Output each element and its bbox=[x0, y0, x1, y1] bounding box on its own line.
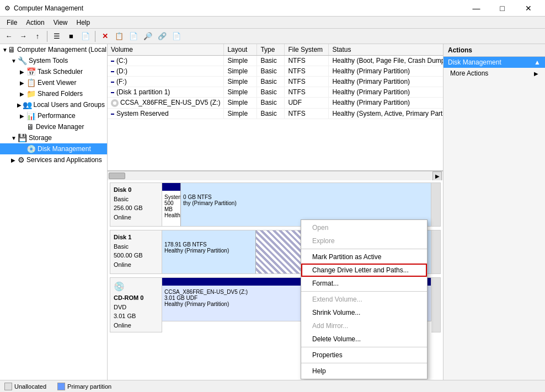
disk-mgmt-icon: 💿 bbox=[26, 144, 36, 153]
toolbar-btn-7[interactable]: 🔗 bbox=[156, 30, 169, 42]
menu-action[interactable]: Action bbox=[22, 18, 49, 28]
system-tools-arrow: ▼ bbox=[11, 58, 18, 64]
sidebar-shared-folders-label: Shared Folders bbox=[38, 90, 83, 98]
toolbar-btn-6[interactable]: 🔎 bbox=[141, 30, 154, 42]
menu-file[interactable]: File bbox=[2, 18, 22, 28]
scrollbar-thumb[interactable] bbox=[109, 173, 125, 179]
shared-folders-icon: 📁 bbox=[26, 89, 36, 98]
disk-0-partition-0[interactable]: System500 MBHealthy bbox=[162, 183, 181, 226]
menu-help[interactable]: Help bbox=[72, 18, 95, 28]
sidebar: ▼ 🖥 Computer Management (Local ▼ 🔧 Syste… bbox=[0, 44, 108, 380]
table-row[interactable]: (D:) SimpleBasicNTFS Healthy (Primary Pa… bbox=[108, 66, 443, 77]
table-row[interactable]: (Disk 1 partition 1) SimpleBasicNTFS Hea… bbox=[108, 87, 443, 98]
forward-button[interactable]: → bbox=[17, 30, 30, 42]
cdrom-0-size: 3.01 GB bbox=[114, 313, 136, 319]
toolbar-separator-1 bbox=[47, 31, 47, 42]
cd-icon bbox=[111, 99, 119, 107]
menu-view[interactable]: View bbox=[49, 18, 72, 28]
toolbar-btn-2[interactable]: ■ bbox=[65, 30, 78, 42]
col-volume[interactable]: Volume bbox=[108, 44, 224, 56]
ctx-change-drive-letter[interactable]: Change Drive Letter and Paths... bbox=[301, 264, 427, 277]
sidebar-local-users-label: Local Users and Groups bbox=[34, 101, 105, 109]
action-section-arrow: ▲ bbox=[534, 58, 541, 66]
sidebar-item-device-manager[interactable]: 🖥 Device Manager bbox=[0, 121, 107, 132]
ctx-sep-4 bbox=[301, 363, 427, 363]
disk-mgmt-arrow bbox=[20, 146, 26, 152]
col-layout[interactable]: Layout bbox=[224, 44, 257, 56]
sidebar-item-task-scheduler[interactable]: ▶ 📅 Task Scheduler bbox=[0, 66, 107, 77]
disk-1-label: Disk 1 Basic 500.00 GB Online bbox=[110, 230, 162, 274]
primary-label: Primary partition bbox=[67, 383, 111, 390]
sidebar-item-root[interactable]: ▼ 🖥 Computer Management (Local bbox=[0, 44, 107, 55]
more-actions-arrow: ▶ bbox=[534, 71, 538, 77]
table-h-scrollbar[interactable]: ▶ bbox=[108, 171, 443, 180]
disk-table: Volume Layout Type File System Status (C… bbox=[108, 44, 443, 119]
sidebar-item-system-tools[interactable]: ▼ 🔧 System Tools bbox=[0, 55, 107, 66]
show-hide-button[interactable]: ☰ bbox=[50, 30, 63, 42]
sidebar-item-storage[interactable]: ▼ 💾 Storage bbox=[0, 132, 107, 143]
action-more-actions[interactable]: More Actions ▶ bbox=[444, 68, 545, 79]
sidebar-item-local-users[interactable]: ▶ 👥 Local Users and Groups bbox=[0, 99, 107, 110]
computer-icon: 🖥 bbox=[8, 45, 15, 54]
table-row[interactable]: CCSA_X86FRE_EN-US_DV5 (Z:) SimpleBasicUD… bbox=[108, 98, 443, 109]
col-status[interactable]: Status bbox=[329, 44, 443, 56]
minimize-button[interactable]: — bbox=[464, 0, 489, 17]
ctx-properties[interactable]: Properties bbox=[301, 348, 427, 362]
stop-button[interactable]: ✕ bbox=[98, 30, 111, 42]
ctx-format[interactable]: Format... bbox=[301, 277, 427, 290]
ctx-mark-active[interactable]: Mark Partition as Active bbox=[301, 250, 427, 264]
cdrom-scroll bbox=[431, 277, 441, 332]
actions-header: Actions bbox=[444, 44, 545, 57]
disk-indicator bbox=[111, 92, 114, 93]
maximize-button[interactable]: □ bbox=[490, 0, 515, 17]
col-type[interactable]: Type bbox=[257, 44, 285, 56]
sidebar-item-performance[interactable]: ▶ 📊 Performance bbox=[0, 110, 107, 121]
action-section-disk-mgmt[interactable]: Disk Management ▲ bbox=[444, 57, 545, 68]
sidebar-storage-label: Storage bbox=[29, 134, 52, 142]
back-button[interactable]: ← bbox=[2, 30, 15, 42]
table-row[interactable]: (F:) SimpleBasicNTFS Healthy (Primary Pa… bbox=[108, 77, 443, 87]
sidebar-disk-mgmt-label: Disk Management bbox=[38, 145, 91, 153]
title-bar: ⚙ Computer Management — □ ✕ bbox=[0, 0, 545, 17]
menu-bar: File Action View Help bbox=[0, 17, 545, 29]
sidebar-item-event-viewer[interactable]: ▶ 📋 Event Viewer bbox=[0, 77, 107, 88]
sidebar-item-shared-folders[interactable]: ▶ 📁 Shared Folders bbox=[0, 88, 107, 99]
toolbar-btn-5[interactable]: 📄 bbox=[127, 30, 140, 42]
device-manager-icon: 🖥 bbox=[26, 122, 34, 131]
event-viewer-arrow: ▶ bbox=[20, 80, 26, 86]
close-button[interactable]: ✕ bbox=[516, 0, 541, 17]
disk-0-type: Basic bbox=[114, 196, 129, 202]
ctx-delete-volume[interactable]: Delete Volume... bbox=[301, 332, 427, 346]
disk-0-status: Online bbox=[114, 214, 131, 221]
app-icon: ⚙ bbox=[4, 4, 10, 12]
context-menu: Open Explore Mark Partition as Active Ch… bbox=[301, 219, 428, 379]
table-row[interactable]: System Reserved SimpleBasicNTFS Healthy … bbox=[108, 108, 443, 119]
task-scheduler-icon: 📅 bbox=[26, 67, 36, 76]
toolbar-separator-2 bbox=[95, 31, 95, 42]
toolbar-btn-3[interactable]: 📄 bbox=[79, 30, 92, 42]
ctx-open[interactable]: Open bbox=[301, 221, 427, 234]
disk-1-partition-0-content: 178.91 GB NTFSHealthy (Primary Partition… bbox=[164, 241, 253, 254]
toolbar-btn-8[interactable]: 📄 bbox=[170, 30, 183, 42]
ctx-sep-2 bbox=[301, 291, 427, 292]
ctx-help[interactable]: Help bbox=[301, 364, 427, 378]
sidebar-item-disk-management[interactable]: 💿 Disk Management bbox=[0, 143, 107, 154]
disk-1-partition-0[interactable]: 178.91 GB NTFSHealthy (Primary Partition… bbox=[162, 230, 256, 273]
up-button[interactable]: ↑ bbox=[31, 30, 44, 42]
ctx-extend[interactable]: Extend Volume... bbox=[301, 293, 427, 306]
sidebar-item-services[interactable]: ▶ ⚙ Services and Applications bbox=[0, 154, 107, 165]
ctx-explore[interactable]: Explore bbox=[301, 234, 427, 248]
cdrom-0-status: Online bbox=[114, 322, 131, 329]
scroll-right-btn[interactable]: ▶ bbox=[432, 171, 442, 181]
ctx-add-mirror[interactable]: Add Mirror... bbox=[301, 319, 427, 332]
disk-1-name: Disk 1 bbox=[114, 234, 131, 240]
legend-primary: Primary partition bbox=[57, 383, 111, 390]
disk-1-scroll bbox=[431, 230, 441, 274]
toolbar-btn-4[interactable]: 📋 bbox=[113, 30, 126, 42]
col-filesystem[interactable]: File System bbox=[285, 44, 329, 56]
action-section-label: Disk Management bbox=[448, 58, 501, 66]
main-area: ▼ 🖥 Computer Management (Local ▼ 🔧 Syste… bbox=[0, 44, 545, 380]
ctx-shrink[interactable]: Shrink Volume... bbox=[301, 306, 427, 319]
table-row[interactable]: (C:) SimpleBasicNTFS Healthy (Boot, Page… bbox=[108, 56, 443, 66]
cdrom-0-name: CD-ROM 0 bbox=[114, 294, 143, 301]
